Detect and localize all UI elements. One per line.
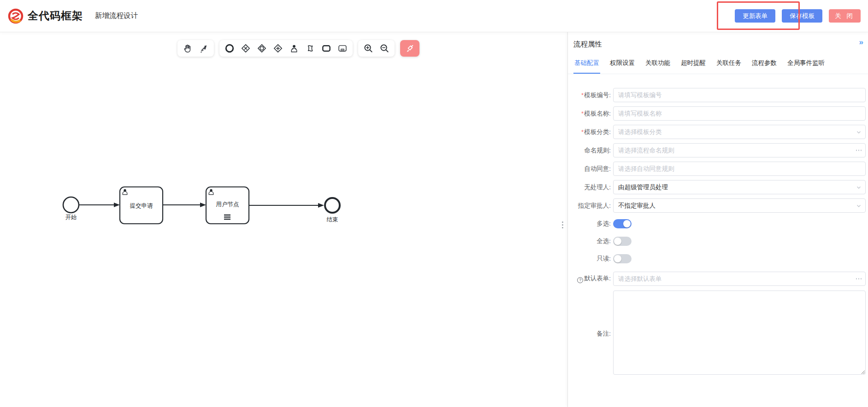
template-number-input[interactable]	[613, 88, 866, 102]
close-button[interactable]: 关 闭	[829, 9, 861, 23]
tab-process-params[interactable]: 流程参数	[751, 56, 778, 74]
chevron-down-icon	[856, 180, 862, 194]
template-category-select[interactable]	[613, 125, 866, 139]
read-only-toggle[interactable]	[613, 254, 632, 263]
basic-config-form: *模板编号: *模板名称: *模板分类: 命名规则:	[568, 74, 868, 377]
more-icon[interactable]	[856, 272, 862, 286]
properties-panel: 流程属性 » 基础配置 权限设置 关联功能 超时提醒 关联任务 流程参数 全局事…	[567, 32, 868, 407]
process-canvas[interactable]: 开始 提交申请 用户节点 结束	[0, 32, 567, 407]
field-multi-select: 多选:	[573, 219, 866, 228]
designated-approver-select[interactable]	[613, 198, 866, 213]
panel-tabs: 基础配置 权限设置 关联功能 超时提醒 关联任务 流程参数 全局事件监听	[568, 56, 868, 74]
task-node-user[interactable]	[206, 187, 249, 224]
panel-title: 流程属性	[568, 32, 868, 49]
panel-resize-handle[interactable]	[562, 221, 563, 228]
tab-timeout-reminder[interactable]: 超时提醒	[680, 56, 707, 74]
chevron-down-icon	[856, 198, 862, 213]
select-all-toggle[interactable]	[613, 237, 632, 246]
naming-rule-input[interactable]	[613, 143, 866, 157]
field-template-name: *模板名称:	[573, 106, 866, 121]
update-form-button[interactable]: 更新表单	[735, 9, 775, 23]
field-auto-agree: 自动同意:	[573, 162, 866, 176]
field-naming-rule: 命名规则:	[573, 143, 866, 157]
chevron-down-icon	[856, 125, 862, 139]
field-remarks: 备注:	[573, 291, 866, 377]
template-name-input[interactable]	[613, 106, 866, 121]
field-template-category: *模板分类:	[573, 125, 866, 139]
multi-select-toggle[interactable]	[613, 219, 632, 228]
top-header: 全代码框架 新增流程设计 更新表单 保存模板 关 闭	[0, 0, 868, 32]
field-default-form: ?默认表单:	[573, 272, 866, 286]
field-read-only: 只读:	[573, 254, 866, 263]
auto-agree-input[interactable]	[613, 162, 866, 176]
save-template-button[interactable]: 保存模板	[782, 9, 822, 23]
tab-related-function[interactable]: 关联功能	[644, 56, 671, 74]
tab-related-task[interactable]: 关联任务	[715, 56, 742, 74]
default-form-input[interactable]	[613, 272, 866, 286]
field-designated-approver: 指定审批人:	[573, 198, 866, 213]
more-icon[interactable]	[856, 143, 862, 157]
page-title: 新增流程设计	[95, 11, 138, 21]
brand-logo-icon	[7, 8, 24, 24]
help-icon[interactable]: ?	[577, 277, 583, 283]
field-no-handler: 无处理人:	[573, 180, 866, 194]
bpmn-diagram	[0, 32, 567, 407]
app-name: 全代码框架	[28, 9, 83, 23]
field-template-number: *模板编号:	[573, 88, 866, 102]
no-handler-select[interactable]	[613, 180, 866, 194]
start-event-node[interactable]	[63, 197, 79, 213]
app-logo: 全代码框架	[7, 8, 83, 24]
end-event-node[interactable]	[325, 198, 340, 213]
tab-basic-config[interactable]: 基础配置	[573, 56, 600, 74]
header-actions: 更新表单 保存模板 关 闭	[735, 9, 861, 23]
field-select-all: 全选:	[573, 237, 866, 246]
remarks-textarea[interactable]	[613, 291, 866, 375]
tab-permission[interactable]: 权限设置	[609, 56, 636, 74]
tab-global-event-listener[interactable]: 全局事件监听	[786, 56, 826, 74]
collapse-panel-icon[interactable]: »	[859, 38, 862, 47]
task-node-submit[interactable]	[120, 187, 163, 224]
